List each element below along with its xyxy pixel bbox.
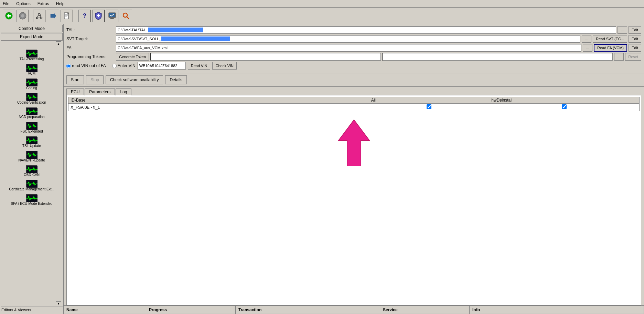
certificate-management-icon (26, 180, 37, 187)
svt-edit-button[interactable]: Edit (629, 35, 641, 43)
vin-from-fa-radio-label[interactable]: read VIN out of FA (66, 63, 106, 68)
svt-read-button[interactable]: Read SVT (EC... (593, 35, 627, 43)
programming-tokens-reset-button[interactable]: Reset (625, 53, 641, 61)
menu-help[interactable]: Help (55, 1, 66, 7)
tal-input-highlight (148, 28, 203, 32)
back-button[interactable] (3, 10, 15, 22)
comfort-mode-button[interactable]: Comfort Mode (1, 25, 63, 32)
sidebar: Comfort Mode Expert Mode ▲ TAL-Proces (0, 24, 64, 314)
svt-target-row: SVT Target: C:\Data\SVT\SVT_SOLL_ ... Re… (66, 35, 641, 43)
sidebar-item-sfa-ecu-mode[interactable]: SFA / ECU-Mode Extended (1, 193, 63, 207)
sidebar-item-nav-ent-update[interactable]: NAV/ENT-Update (1, 149, 63, 164)
start-button[interactable]: Start (66, 75, 84, 84)
sidebar-item-coding[interactable]: Coding (1, 77, 63, 92)
arrow-container (68, 111, 640, 304)
sidebar-item-fsc-extended[interactable]: FSC Extended (1, 121, 63, 135)
sidebar-label-tal-processing: TAL-Processing (20, 57, 44, 61)
read-vin-button[interactable]: Read VIN (188, 62, 211, 70)
tab-parameters[interactable]: Parameters (85, 88, 115, 95)
col-id-base: ID-Base (68, 97, 369, 104)
sidebar-label-nav-ent-update: NAV/ENT-Update (18, 158, 45, 163)
svg-line-24 (127, 17, 129, 19)
bottom-col-service: Service (380, 306, 470, 314)
sidebar-scroll-up[interactable]: ▲ (56, 41, 61, 46)
programming-tokens-input2[interactable] (382, 53, 613, 61)
svg-line-7 (37, 15, 38, 17)
bottom-table-header: Name Progress Transaction Service Info (64, 306, 644, 314)
hwdeinstall-checkbox[interactable] (562, 104, 567, 109)
sidebar-item-editors-viewers[interactable]: Editors & Viewers (1, 306, 63, 313)
ecu-table: ID-Base All hwDeinstall X_FSA 0E - tl_1 (68, 97, 640, 111)
sidebar-scroll-area: TAL-Processing VCM (1, 47, 63, 301)
fa-read-button[interactable]: Read FA (VCM) (594, 44, 627, 52)
search-button[interactable] (120, 10, 132, 22)
toolbar: ? (0, 8, 644, 24)
svg-marker-10 (51, 13, 56, 19)
generate-token-button[interactable]: Generate Token (116, 53, 149, 61)
tsl-update-icon (26, 136, 37, 144)
arrow-right-button[interactable] (47, 10, 59, 22)
menu-file[interactable]: File (1, 1, 11, 7)
programming-tokens-input1[interactable] (150, 53, 381, 61)
sidebar-item-vcm[interactable]: VCM (1, 63, 63, 77)
programming-tokens-browse-button[interactable]: ... (614, 53, 624, 61)
tal-row: TAL: C:\Data\TAL\TAL_ ... Edit (66, 26, 641, 34)
svt-input-text: C:\Data\SVT\SVT_SOLL_ (118, 37, 161, 41)
svt-input-highlight (161, 36, 230, 41)
fa-edit-button[interactable]: Edit (629, 44, 641, 52)
menu-options[interactable]: Options (15, 1, 32, 7)
programming-tokens-row: Programming Tokens: Generate Token ... R… (66, 53, 641, 61)
sidebar-item-certificate-management[interactable]: Certificate Management Ext... (1, 178, 63, 193)
stop-button[interactable] (17, 10, 29, 22)
tal-browse-button[interactable]: ... (618, 26, 627, 34)
svg-marker-37 (339, 120, 369, 166)
svt-browse-button[interactable]: ... (582, 35, 591, 43)
sidebar-item-ncd-preparation[interactable]: NCD preparation (1, 106, 63, 121)
svg-point-4 (38, 13, 40, 15)
check-software-availability-button[interactable]: Check software availability (106, 75, 163, 84)
help-button[interactable]: ? (78, 10, 91, 22)
vin-enter-radio[interactable] (112, 64, 117, 68)
new-document-button[interactable] (61, 10, 73, 22)
vin-enter-label-text: Enter VIN (118, 63, 136, 68)
sidebar-item-tal-processing[interactable]: TAL-Processing (1, 48, 63, 63)
col-hwdeinstall: hwDeinstall (489, 97, 640, 104)
sidebar-item-obd-cvn[interactable]: OBD-CVN (1, 164, 63, 178)
details-button[interactable]: Details (165, 75, 187, 84)
sidebar-scroll-down[interactable]: ▼ (56, 301, 61, 306)
vin-row: read VIN out of FA Enter VIN Read VIN Ch… (66, 62, 641, 70)
sidebar-label-coding: Coding (26, 86, 37, 90)
fa-input[interactable]: C:\Data\FA\FA_aus_VCM.xml (116, 44, 581, 52)
svg-point-6 (41, 17, 42, 19)
screen-button[interactable] (106, 10, 118, 22)
fa-browse-button[interactable]: ... (583, 44, 592, 52)
shield-button[interactable] (92, 10, 105, 22)
svg-point-5 (36, 17, 38, 19)
sidebar-item-coding-verification[interactable]: Coding-Verification (1, 92, 63, 106)
sidebar-item-tsl-update[interactable]: TSL-Update (1, 135, 63, 149)
sidebar-label-vcm: VCM (28, 72, 35, 76)
all-checkbox[interactable] (427, 104, 431, 109)
stop-button[interactable]: Stop (86, 75, 104, 84)
bottom-col-progress: Progress (146, 306, 236, 314)
tal-edit-button[interactable]: Edit (629, 26, 641, 34)
tal-input[interactable]: C:\Data\TAL\TAL_ (116, 26, 616, 34)
sidebar-label-ncd-preparation: NCD preparation (19, 115, 44, 119)
vin-enter-radio-label[interactable]: Enter VIN (112, 63, 136, 68)
tab-log[interactable]: Log (116, 88, 131, 95)
svt-input[interactable]: C:\Data\SVT\SVT_SOLL_ (116, 35, 580, 43)
check-vin-button[interactable]: Check VIN (212, 62, 237, 70)
network-button[interactable] (33, 10, 45, 22)
sidebar-label-tsl-update: TSL-Update (22, 144, 41, 148)
menu-extras[interactable]: Extras (36, 1, 51, 7)
vin-input[interactable] (138, 62, 186, 70)
tal-processing-icon (26, 50, 37, 57)
ecu-row-hwdeinstall[interactable] (489, 104, 640, 111)
ecu-row-all[interactable] (369, 104, 489, 111)
sidebar-label-sfa-ecu-mode: SFA / ECU-Mode Extended (11, 202, 52, 206)
form-section: TAL: C:\Data\TAL\TAL_ ... Edit SVT Targe… (64, 24, 644, 73)
tab-ecu[interactable]: ECU (66, 88, 84, 95)
sidebar-label-certificate-management: Certificate Management Ext... (9, 187, 54, 191)
expert-mode-button[interactable]: Expert Mode (1, 33, 63, 41)
vin-from-fa-radio[interactable] (66, 64, 71, 68)
